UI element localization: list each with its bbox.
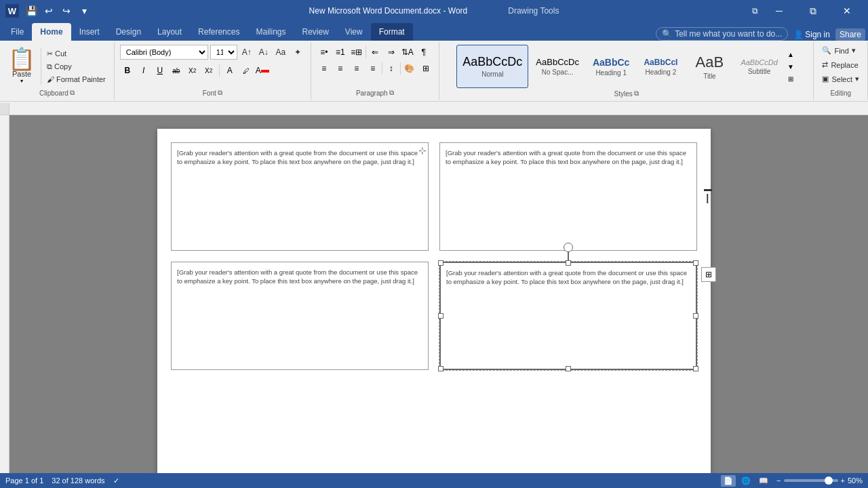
clipboard-divider bbox=[41, 47, 41, 85]
quote-box-4[interactable]: [Grab your reader's attention with a gre… bbox=[439, 262, 697, 370]
italic-button[interactable]: I bbox=[136, 63, 151, 78]
increase-indent-button[interactable]: ⇒ bbox=[384, 45, 399, 60]
customize-qat-button[interactable]: ▾ bbox=[76, 3, 92, 19]
word-count[interactable]: 32 of 128 words bbox=[52, 476, 104, 485]
shading-button[interactable]: 🎨 bbox=[402, 61, 417, 76]
justify-button[interactable]: ≡ bbox=[366, 61, 380, 76]
undo-qat-button[interactable]: ↩ bbox=[41, 3, 57, 19]
highlight-button[interactable]: 🖊 bbox=[239, 63, 254, 78]
copy-button[interactable]: ⧉ Copy bbox=[44, 62, 108, 72]
paragraph-expand-icon[interactable]: ⧉ bbox=[389, 89, 394, 97]
styles-scroll-up[interactable]: ▲ bbox=[785, 49, 796, 60]
font-expand-icon[interactable]: ⧉ bbox=[218, 89, 222, 97]
font-color-button[interactable]: A bbox=[255, 63, 270, 78]
close-button[interactable]: ✕ bbox=[831, 0, 863, 22]
style-title[interactable]: AaB Title bbox=[686, 45, 733, 88]
handle-top-mid[interactable] bbox=[566, 260, 571, 266]
bullets-button[interactable]: ≡• bbox=[317, 45, 332, 60]
zoom-in-button[interactable]: + bbox=[841, 476, 845, 485]
share-button[interactable]: Share bbox=[835, 28, 865, 41]
borders-button[interactable]: ⊞ bbox=[418, 61, 433, 76]
tab-insert[interactable]: Insert bbox=[71, 23, 108, 41]
font-family-select[interactable]: Calibri (Body) bbox=[120, 45, 208, 60]
document-page: ⊹ [Grab your reader's attention with a g… bbox=[157, 129, 711, 473]
restore-button[interactable]: ⧉ bbox=[797, 0, 829, 22]
format-painter-button[interactable]: 🖌 Format Painter bbox=[44, 75, 108, 84]
styles-expand-icon[interactable]: ⧉ bbox=[634, 89, 639, 98]
align-center-button[interactable]: ≡ bbox=[333, 61, 348, 76]
handle-bot-mid[interactable] bbox=[566, 366, 571, 371]
styles-more[interactable]: ⊞ bbox=[785, 73, 796, 84]
change-case-button[interactable]: Aa bbox=[273, 45, 288, 60]
tell-me-input[interactable]: 🔍 Tell me what you want to do... bbox=[656, 27, 788, 41]
strikethrough-button[interactable]: ab bbox=[169, 63, 184, 78]
style-subtitle[interactable]: AaBbCcDd Subtitle bbox=[734, 45, 783, 88]
layout-options-button[interactable]: ⊞ bbox=[701, 267, 716, 282]
tab-view[interactable]: View bbox=[337, 23, 371, 41]
web-view-button[interactable]: 🌐 bbox=[738, 475, 753, 487]
tab-file[interactable]: File bbox=[3, 23, 32, 41]
zoom-level[interactable]: 50% bbox=[848, 476, 863, 485]
style-normal[interactable]: AaBbCcDc Normal bbox=[456, 45, 528, 88]
tab-home[interactable]: Home bbox=[32, 23, 71, 41]
proofing-icon[interactable]: ✓ bbox=[113, 476, 119, 485]
zoom-out-button[interactable]: − bbox=[776, 476, 781, 485]
handle-top-right[interactable] bbox=[693, 260, 698, 266]
document-area[interactable]: ⊹ [Grab your reader's attention with a g… bbox=[0, 115, 868, 473]
decrease-font-button[interactable]: A↓ bbox=[256, 45, 271, 60]
styles-scroll-down[interactable]: ▼ bbox=[785, 61, 796, 72]
zoom-thumb[interactable] bbox=[825, 476, 833, 485]
font-size-select[interactable]: 11 bbox=[210, 45, 237, 60]
align-right-button[interactable]: ≡ bbox=[349, 61, 364, 76]
select-button[interactable]: ▣ Select ▾ bbox=[819, 73, 862, 85]
line-spacing-button[interactable]: ↕ bbox=[384, 61, 399, 76]
bold-button[interactable]: B bbox=[120, 63, 135, 78]
style-no-spacing[interactable]: AaBbCcDc No Spac... bbox=[530, 45, 585, 88]
style-heading1[interactable]: AaBbCc Heading 1 bbox=[587, 45, 635, 88]
clear-format-button[interactable]: ✦ bbox=[290, 45, 305, 60]
replace-button[interactable]: ⇄ Replace bbox=[819, 59, 862, 70]
handle-bot-right[interactable] bbox=[693, 366, 698, 371]
find-button[interactable]: 🔍 Find ▾ bbox=[819, 45, 862, 56]
handle-top-left[interactable] bbox=[438, 260, 443, 266]
align-left-button[interactable]: ≡ bbox=[317, 61, 332, 76]
style-heading2[interactable]: AaBbCcI Heading 2 bbox=[637, 45, 684, 88]
minimize-button[interactable]: ─ bbox=[764, 0, 795, 22]
read-view-button[interactable]: 📖 bbox=[756, 475, 771, 487]
tab-review[interactable]: Review bbox=[294, 23, 336, 41]
quote-box-1[interactable]: ⊹ [Grab your reader's attention with a g… bbox=[171, 142, 429, 251]
print-layout-view-button[interactable]: 📄 bbox=[721, 475, 736, 487]
underline-button[interactable]: U bbox=[153, 63, 167, 78]
font-group: Calibri (Body) 11 A↑ A↓ Aa ✦ B I U ab X2… bbox=[115, 42, 311, 100]
clipboard-expand-icon[interactable]: ⧉ bbox=[70, 89, 75, 97]
subscript-button[interactable]: X2 bbox=[185, 63, 200, 78]
sign-in-button[interactable]: 👤 Sign in bbox=[793, 30, 830, 39]
text-effects-button[interactable]: A bbox=[222, 63, 237, 78]
page-indicator[interactable]: Page 1 of 1 bbox=[5, 476, 43, 485]
tab-layout[interactable]: Layout bbox=[149, 23, 190, 41]
sort-button[interactable]: ⇅A bbox=[400, 45, 415, 60]
decrease-indent-button[interactable]: ⇐ bbox=[368, 45, 382, 60]
tab-design[interactable]: Design bbox=[108, 23, 149, 41]
save-qat-button[interactable]: 💾 bbox=[23, 3, 39, 19]
quote-box-3[interactable]: [Grab your reader's attention with a gre… bbox=[171, 262, 429, 370]
rotate-handle[interactable] bbox=[564, 243, 573, 252]
restore-window-button[interactable]: ⧉ bbox=[752, 6, 758, 16]
numbering-button[interactable]: ≡1 bbox=[333, 45, 348, 60]
paste-button[interactable]: 📋 Paste ▾ bbox=[5, 47, 38, 85]
handle-mid-left[interactable] bbox=[438, 313, 443, 319]
quote-box-2[interactable]: [Grab your reader's attention with a gre… bbox=[439, 142, 697, 251]
show-marks-button[interactable]: ¶ bbox=[416, 45, 431, 60]
redo-qat-button[interactable]: ↪ bbox=[58, 3, 75, 19]
tab-format[interactable]: Format bbox=[371, 23, 413, 41]
handle-mid-right[interactable] bbox=[693, 313, 698, 319]
superscript-button[interactable]: X2 bbox=[201, 63, 216, 78]
cut-button[interactable]: ✂ Cut bbox=[44, 49, 108, 59]
handle-bot-left[interactable] bbox=[438, 366, 443, 371]
multilevel-button[interactable]: ≡⊞ bbox=[349, 45, 364, 60]
tab-references[interactable]: References bbox=[190, 23, 248, 41]
ruler-corner bbox=[0, 103, 9, 115]
tab-mailings[interactable]: Mailings bbox=[248, 23, 294, 41]
zoom-slider[interactable] bbox=[784, 479, 838, 482]
increase-font-button[interactable]: A↑ bbox=[239, 45, 254, 60]
